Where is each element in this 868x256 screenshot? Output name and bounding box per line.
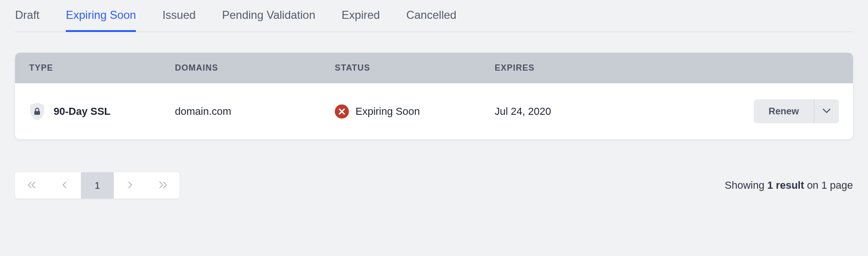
tab-issued[interactable]: Issued bbox=[162, 8, 196, 32]
chevron-down-icon bbox=[823, 108, 830, 115]
cert-expires: Jul 24, 2020 bbox=[495, 105, 735, 118]
tab-pending-validation[interactable]: Pending Validation bbox=[222, 8, 315, 32]
col-header-type: TYPE bbox=[29, 63, 175, 73]
shield-lock-icon bbox=[29, 102, 45, 121]
cert-domain: domain.com bbox=[175, 105, 335, 118]
svg-rect-0 bbox=[34, 111, 40, 115]
table-footer: 1 Showing 1 result on 1 page bbox=[15, 172, 853, 199]
cert-type: 90-Day SSL bbox=[54, 105, 110, 118]
pager-next[interactable] bbox=[114, 172, 147, 199]
pagination: 1 bbox=[15, 172, 180, 199]
chevron-left-icon bbox=[62, 180, 67, 191]
pager-page-1[interactable]: 1 bbox=[81, 172, 114, 199]
pager-first[interactable] bbox=[15, 172, 48, 199]
certificates-card: TYPE DOMAINS STATUS EXPIRES 90-Day SSL d… bbox=[15, 53, 853, 139]
status-error-icon bbox=[335, 104, 349, 119]
filter-tabs: Draft Expiring Soon Issued Pending Valid… bbox=[15, 0, 853, 32]
table-row: 90-Day SSL domain.com Expiring Soon Jul … bbox=[15, 83, 853, 139]
renew-button[interactable]: Renew bbox=[754, 99, 814, 123]
results-summary: Showing 1 result on 1 page bbox=[725, 179, 853, 192]
chevron-right-icon bbox=[127, 180, 133, 191]
col-header-expires: EXPIRES bbox=[495, 63, 839, 73]
table-header: TYPE DOMAINS STATUS EXPIRES bbox=[15, 53, 853, 83]
pager-last[interactable] bbox=[147, 172, 180, 199]
chevron-double-left-icon bbox=[27, 180, 36, 191]
col-header-domains: DOMAINS bbox=[175, 63, 335, 73]
cert-status: Expiring Soon bbox=[355, 105, 420, 118]
tab-expiring-soon[interactable]: Expiring Soon bbox=[66, 8, 136, 32]
tab-cancelled[interactable]: Cancelled bbox=[406, 8, 457, 32]
pager-prev[interactable] bbox=[48, 172, 81, 199]
chevron-double-right-icon bbox=[158, 180, 168, 191]
row-action-dropdown[interactable] bbox=[814, 99, 839, 123]
tab-expired[interactable]: Expired bbox=[342, 8, 380, 32]
col-header-status: STATUS bbox=[335, 63, 495, 73]
row-action-group: Renew bbox=[754, 99, 839, 123]
tab-draft[interactable]: Draft bbox=[15, 8, 39, 32]
